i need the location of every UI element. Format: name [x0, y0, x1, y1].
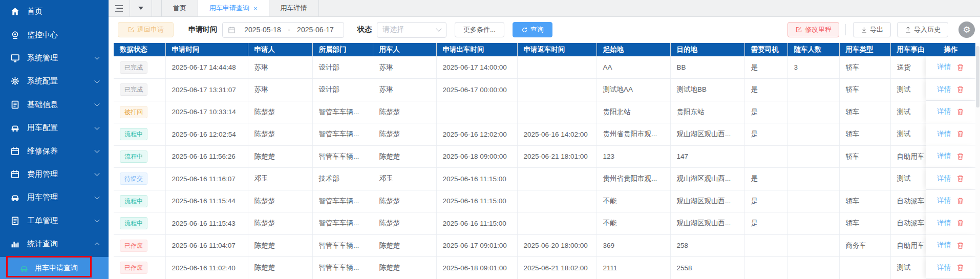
delete-trash-icon[interactable]	[956, 219, 964, 227]
sidebar-item[interactable]: 用车配置	[0, 116, 109, 139]
chevron-up-icon	[94, 243, 99, 248]
delete-trash-icon[interactable]	[956, 197, 964, 205]
column-settings-gear-icon[interactable]: ⚙	[958, 22, 975, 38]
cell-applicant: 邓玉	[248, 168, 312, 190]
bar-chart-icon	[10, 239, 20, 249]
tab-options-dropdown[interactable]	[130, 0, 152, 16]
cell-apply-time: 2025-06-16 11:04:07	[165, 234, 248, 257]
cell-applicant: 陈楚楚	[248, 257, 312, 279]
detail-link[interactable]: 详情	[937, 130, 951, 139]
cell-passengers	[787, 190, 839, 212]
cell-need-driver: 是	[744, 212, 787, 235]
column-header: 数据状态	[114, 43, 165, 56]
sidebar-item-label: 基础信息	[27, 100, 58, 110]
close-tab-icon[interactable]: ×	[253, 5, 258, 12]
cell-vehicle-type: 轿车	[839, 79, 890, 101]
delete-trash-icon[interactable]	[956, 242, 964, 249]
cell-apply-time: 2025-06-16 11:16:07	[165, 168, 248, 190]
system-icon	[10, 53, 20, 63]
cell-status: 已作废	[114, 234, 165, 257]
sidebar-item[interactable]: 用车管理	[0, 186, 109, 209]
cell-need-driver: 是	[744, 123, 787, 146]
delete-trash-icon[interactable]	[956, 130, 964, 138]
cell-department: 智管车车辆...	[312, 190, 373, 212]
cell-passengers	[787, 101, 839, 123]
caret-down-icon	[138, 7, 143, 10]
sidebar-item[interactable]: 首页	[0, 0, 109, 23]
sidebar-item[interactable]: 系统管理	[0, 47, 109, 70]
date-range-input[interactable]: 2025-05-18 - 2025-06-17	[222, 22, 344, 38]
more-conditions-button[interactable]: 更多条件...	[455, 22, 504, 37]
import-history-button[interactable]: 导入历史	[897, 22, 948, 37]
actions-cell: 详情	[926, 190, 975, 212]
cell-department: 设计部	[312, 79, 373, 101]
cell-vehicle-user: 陈楚楚	[373, 234, 436, 257]
search-button[interactable]: 查询	[513, 22, 552, 37]
cell-return-time	[517, 56, 596, 79]
sidebar-item[interactable]: 工单管理	[0, 209, 109, 232]
cell-vehicle-user: 陈楚楚	[373, 145, 436, 168]
sidebar-item-vehicle-application-query[interactable]: 用车申请查询	[0, 257, 109, 279]
sidebar-menu: 首页监控中心系统管理系统配置基础信息用车配置维修保养费用管理用车管理工单管理统计…	[0, 0, 109, 255]
cell-status: 已完成	[114, 56, 165, 79]
column-header: 起始地	[596, 43, 670, 56]
modify-mileage-button[interactable]: 修改里程	[787, 22, 839, 37]
cell-return-time: 2025-06-21 18:02:00	[517, 257, 596, 279]
actions-cell: 详情	[926, 234, 975, 257]
detail-link[interactable]: 详情	[937, 107, 951, 116]
table-row: 流程中2025-06-16 11:15:44陈楚楚智管车车辆...陈楚楚2025…	[114, 190, 975, 212]
cell-status: 已作废	[114, 257, 165, 279]
column-header: 随车人数	[787, 43, 839, 56]
cell-need-driver	[744, 257, 787, 279]
cell-vehicle-user: 苏琳	[373, 56, 436, 79]
tabs: 首页用车申请查询×用车详情	[152, 0, 319, 16]
calendar-icon	[10, 146, 20, 156]
actions-cell: 详情	[926, 168, 975, 190]
cell-passengers	[787, 79, 839, 101]
sidebar-item[interactable]: 费用管理	[0, 163, 109, 186]
date-end-value[interactable]: 2025-06-17	[292, 26, 338, 34]
tab[interactable]: 用车申请查询×	[198, 0, 269, 16]
status-badge: 已完成	[120, 83, 147, 96]
sidebar-item-label: 用车管理	[27, 192, 58, 202]
export-button[interactable]: 导出	[853, 22, 891, 37]
tab[interactable]: 用车详情	[269, 0, 319, 16]
detail-link[interactable]: 详情	[937, 85, 951, 94]
delete-trash-icon[interactable]	[956, 108, 964, 116]
sidebar-item[interactable]: 维修保养	[0, 139, 109, 162]
delete-trash-icon[interactable]	[956, 175, 964, 182]
status-select[interactable]: 请选择	[377, 22, 446, 38]
vertical-scrollbar[interactable]	[975, 43, 980, 279]
delete-trash-icon[interactable]	[956, 85, 964, 93]
divider	[181, 24, 181, 35]
detail-link[interactable]: 详情	[937, 263, 951, 272]
detail-link[interactable]: 详情	[937, 241, 951, 250]
cell-department: 智管车车辆...	[312, 234, 373, 257]
collapse-sidebar-icon[interactable]	[109, 0, 130, 16]
cell-vehicle-type	[839, 257, 890, 279]
detail-link[interactable]: 详情	[937, 62, 951, 72]
return-application-button[interactable]: 退回申请	[118, 22, 174, 37]
actions-cell: 详情	[926, 79, 975, 101]
delete-trash-icon[interactable]	[956, 63, 964, 71]
sidebar-item[interactable]: 监控中心	[0, 23, 109, 46]
cell-department: 设计部	[312, 56, 373, 79]
monitor-icon	[10, 30, 20, 40]
delete-trash-icon[interactable]	[956, 153, 964, 160]
cell-need-driver: 是	[744, 168, 787, 190]
detail-link[interactable]: 详情	[937, 174, 951, 183]
cell-vehicle-type: 轿车	[839, 145, 890, 168]
sidebar-item[interactable]: 统计查询	[0, 232, 109, 255]
date-start-value[interactable]: 2025-05-18	[240, 26, 286, 34]
tab[interactable]: 首页	[161, 0, 198, 16]
sidebar-item[interactable]: 系统配置	[0, 70, 109, 93]
detail-link[interactable]: 详情	[937, 219, 951, 228]
sidebar-item[interactable]: 基础信息	[0, 93, 109, 116]
delete-trash-icon[interactable]	[956, 264, 964, 271]
detail-link[interactable]: 详情	[937, 196, 951, 205]
detail-link[interactable]: 详情	[937, 152, 951, 161]
cell-depart-time: 2025-06-16 12:02:00	[436, 123, 517, 146]
cell-depart-time: 2025-06-18 09:01:00	[436, 257, 517, 279]
scrollbar-thumb[interactable]	[976, 46, 979, 108]
filter-toolbar: 退回申请 申请时间 2025-05-18 - 2025-06-17 状态 请选择…	[109, 17, 980, 42]
